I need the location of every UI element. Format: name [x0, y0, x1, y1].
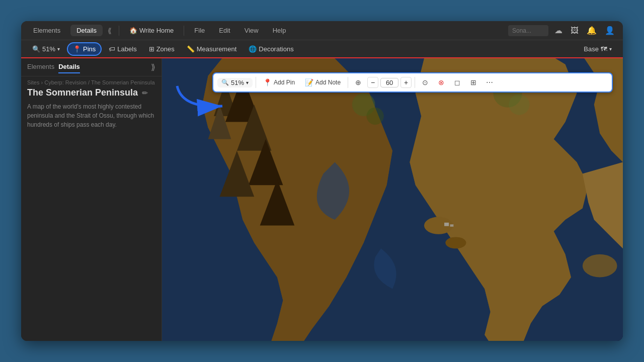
sidebar-tab-elements[interactable]: Elements — [27, 61, 54, 73]
add-note-icon: 📝 — [305, 78, 313, 86]
nav-divider2 — [184, 26, 184, 36]
edit-icon[interactable]: ✏ — [142, 89, 148, 97]
svg-rect-3 — [444, 223, 449, 226]
zoom-icon: 🔍 — [32, 45, 40, 53]
page-title: The Somnerian Peninsula ✏ — [21, 85, 162, 102]
cloud-icon[interactable]: ☁ — [552, 24, 565, 37]
float-zoom-chevron: ▾ — [246, 80, 249, 85]
zones-label: Zones — [156, 45, 175, 53]
base-btn[interactable]: Base 🗺 ▾ — [579, 43, 617, 55]
zoom-chevron: ▾ — [57, 46, 60, 52]
page-description: A map of the world's most highly contest… — [21, 102, 162, 129]
sidebar-tab-group: Elements Details — [27, 61, 80, 73]
zones-icon: ⊞ — [149, 45, 154, 53]
zoom-label: 51% — [42, 45, 55, 53]
zoom-in-btn[interactable]: + — [400, 77, 412, 88]
nav-home-btn[interactable]: 🏠 Write Home — [123, 25, 180, 36]
layer-icon[interactable]: ⊙ — [418, 75, 432, 89]
labels-label: Labels — [117, 45, 136, 53]
sidebar-header: Elements Details ⟫ — [21, 58, 162, 76]
nav-right-area: ☁ 🖼 🔔 👤 — [508, 24, 617, 37]
home-icon: 🏠 — [129, 27, 137, 34]
base-icon: 🗺 — [601, 45, 607, 53]
labels-icon: 🏷 — [109, 45, 115, 53]
measurement-label: Measurement — [197, 45, 236, 53]
breadcrumb: Sites › Cyberp: Revision / The Somnerian… — [21, 76, 162, 85]
measurement-icon: 📏 — [187, 45, 195, 53]
float-divider-1 — [256, 77, 256, 88]
zoom-control[interactable]: 🔍 51% ▾ — [27, 43, 65, 55]
menu-file[interactable]: File — [188, 25, 211, 36]
float-zoom-label: 51% — [231, 79, 244, 86]
decorations-label: Decorations — [259, 45, 293, 53]
menu-view[interactable]: View — [238, 25, 265, 36]
user-icon[interactable]: 👤 — [603, 24, 617, 37]
grid-icon[interactable]: ⊞ — [466, 75, 480, 89]
pin-target-icon[interactable]: ⊕ — [351, 75, 365, 89]
nav-divider — [119, 26, 119, 36]
more-icon[interactable]: ⋯ — [482, 75, 497, 89]
pins-icon: 📍 — [73, 45, 81, 53]
sidebar-tab-details[interactable]: Details — [58, 61, 80, 73]
add-pin-btn[interactable]: 📍 Add Pin — [259, 76, 299, 88]
float-zoom-control[interactable]: 🔍 51% ▾ — [217, 78, 253, 87]
top-nav: Elements Details ⟪ 🏠 Write Home File Edi… — [21, 21, 623, 40]
close-circle-icon[interactable]: ⊗ — [434, 75, 448, 89]
float-divider-3 — [415, 77, 415, 88]
tool-zones[interactable]: ⊞ Zones — [144, 43, 180, 55]
map-canvas[interactable]: 🔍 51% ▾ 📍 Add Pin 📝 Add Note ⊕ − 60 + — [162, 58, 623, 341]
main-content: Elements Details ⟫ Sites › Cyberp: Revis… — [21, 58, 623, 341]
bell-icon[interactable]: 🔔 — [585, 24, 599, 37]
svg-point-8 — [509, 94, 529, 115]
tool-pins[interactable]: 📍 Pins — [67, 42, 102, 56]
add-note-label: Add Note — [315, 79, 341, 86]
svg-point-2 — [445, 237, 466, 248]
svg-point-6 — [366, 108, 383, 125]
base-chevron: ▾ — [609, 46, 612, 52]
tab-elements[interactable]: Elements — [27, 25, 66, 36]
sidebar-collapse-icon[interactable]: ⟪ — [105, 27, 115, 35]
add-note-btn[interactable]: 📝 Add Note — [301, 76, 345, 88]
add-pin-label: Add Pin — [274, 79, 295, 86]
sidebar-close-icon[interactable]: ⟫ — [151, 62, 155, 72]
base-label: Base — [584, 45, 599, 53]
svg-rect-4 — [450, 224, 454, 227]
svg-point-9 — [583, 254, 617, 278]
sidebar: Elements Details ⟫ Sites › Cyberp: Revis… — [21, 58, 162, 341]
terrain-map — [162, 58, 623, 341]
decorations-icon: 🌐 — [249, 45, 257, 53]
map-toolbar: 🔍 51% ▾ 📍 Pins 🏷 Labels ⊞ Zones 📏 Measur… — [21, 40, 623, 58]
float-toolbar: 🔍 51% ▾ 📍 Add Pin 📝 Add Note ⊕ − 60 + — [212, 72, 613, 93]
shape-icon[interactable]: ◻ — [450, 75, 464, 89]
float-zoom-icon: 🔍 — [221, 79, 229, 86]
tool-decorations[interactable]: 🌐 Decorations — [244, 43, 298, 55]
app-window: Elements Details ⟪ 🏠 Write Home File Edi… — [21, 21, 623, 341]
menu-edit[interactable]: Edit — [213, 25, 236, 36]
tab-details[interactable]: Details — [70, 25, 103, 36]
pins-label: Pins — [83, 45, 96, 53]
zoom-out-btn[interactable]: − — [367, 77, 378, 88]
float-divider-2 — [348, 77, 348, 88]
title-text: The Somnerian Peninsula — [27, 87, 138, 98]
home-label: Write Home — [139, 27, 174, 34]
tool-measurement[interactable]: 📏 Measurement — [182, 43, 242, 55]
search-input[interactable] — [508, 25, 548, 36]
menu-help[interactable]: Help — [267, 25, 292, 36]
tool-labels[interactable]: 🏷 Labels — [104, 43, 141, 55]
zoom-value-input[interactable]: 60 — [380, 78, 398, 87]
top-sidebar-tabs: Elements Details — [27, 25, 103, 36]
gallery-icon[interactable]: 🖼 — [569, 24, 581, 37]
add-pin-icon: 📍 — [263, 78, 272, 86]
